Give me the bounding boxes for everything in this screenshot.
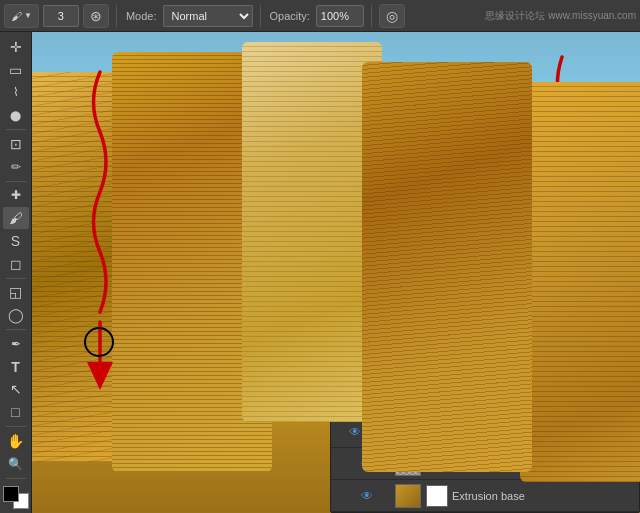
pen-tool[interactable]: ✒	[3, 333, 29, 355]
marquee-rect-tool[interactable]: ▭	[3, 59, 29, 81]
layer-eye-extrusion[interactable]: 👁	[347, 424, 363, 440]
opacity-label: Opacity:	[268, 10, 312, 22]
foreground-color[interactable]	[3, 486, 19, 502]
layer-eye-extrusion-base[interactable]: 👁	[359, 488, 375, 504]
tool-divider-5	[6, 426, 26, 427]
brush-tool[interactable]: 🖌	[3, 207, 29, 229]
mode-label: Mode:	[124, 10, 159, 22]
crop-tool[interactable]: ⊡	[3, 133, 29, 155]
expand-arrow-extrusion-base: ▶	[379, 490, 391, 501]
move-tool[interactable]: ✛	[3, 36, 29, 58]
quick-select-tool[interactable]: ⬤	[3, 104, 29, 126]
tool-divider-4	[6, 329, 26, 330]
left-toolbar: ✛ ▭ ⌇ ⬤ ⊡ ✏ ✚ 🖌 S ◻ ◱ ◯ ✒ T ↖ □ ✋ 🔍	[0, 32, 32, 513]
layer-name-extrusion-base: Extrusion base	[452, 490, 635, 502]
brush-options-button[interactable]: ⊛	[83, 4, 109, 28]
canvas-area[interactable]: 👁 ▼ Typography 👁 ▼ Front 👁 ▶ HAY	[32, 32, 640, 513]
airbrush-icon: ◎	[386, 8, 398, 24]
separator-2	[260, 5, 261, 27]
brush-options-icon: ⊛	[90, 8, 102, 24]
layer-thumb-extrusion-base	[395, 484, 421, 508]
dodge-tool[interactable]: ◯	[3, 304, 29, 326]
shape-tool[interactable]: □	[3, 401, 29, 423]
path-select-tool[interactable]: ↖	[3, 379, 29, 401]
layer-thumb-hay-extrusion-base	[396, 485, 420, 507]
watermark-text: 思缘设计论坛 www.missyuan.com	[485, 9, 636, 23]
tool-divider-2	[6, 181, 26, 182]
layer-row-extrusion-base[interactable]: 👁 ▶ Extrusion base	[331, 480, 639, 512]
lasso-tool[interactable]: ⌇	[3, 82, 29, 104]
type-tool[interactable]: T	[3, 356, 29, 378]
main-area: ✛ ▭ ⌇ ⬤ ⊡ ✏ ✚ 🖌 S ◻ ◱ ◯ ✒ T ↖ □ ✋ 🔍	[0, 32, 640, 513]
hand-tool[interactable]: ✋	[3, 430, 29, 452]
gradient-tool[interactable]: ◱	[3, 282, 29, 304]
brush-preset-button[interactable]: 🖌 ▼	[4, 4, 39, 28]
mode-select[interactable]: Normal	[163, 5, 253, 27]
layer-mask-extrusion-base	[426, 485, 448, 507]
hay-bale-right-center	[362, 62, 532, 472]
chevron-down-icon: ▼	[24, 11, 32, 20]
tool-divider-6	[6, 478, 26, 479]
separator-3	[371, 5, 372, 27]
tool-divider-1	[6, 129, 26, 130]
hay-bale-center	[242, 42, 382, 422]
brush-size-value[interactable]: 3	[58, 10, 64, 22]
zoom-tool[interactable]: 🔍	[3, 453, 29, 475]
brush-icon: 🖌	[11, 10, 22, 22]
separator-1	[116, 5, 117, 27]
healing-tool[interactable]: ✚	[3, 185, 29, 207]
airbrush-button[interactable]: ◎	[379, 4, 405, 28]
eraser-tool[interactable]: ◻	[3, 253, 29, 275]
eyedropper-tool[interactable]: ✏	[3, 156, 29, 178]
tool-divider-3	[6, 278, 26, 279]
color-picker[interactable]	[3, 486, 29, 510]
hay-bale-far-right	[520, 82, 640, 482]
opacity-value: 100%	[321, 10, 349, 22]
clone-stamp-tool[interactable]: S	[3, 230, 29, 252]
main-toolbar: 🖌 ▼ 3 ⊛ Mode: Normal Opacity: 100% ◎ 思缘设…	[0, 0, 640, 32]
